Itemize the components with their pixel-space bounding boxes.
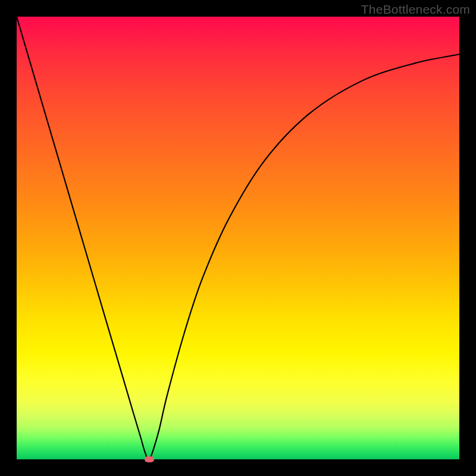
watermark-label: TheBottleneck.com (361, 2, 470, 17)
minimum-marker-icon (145, 456, 154, 462)
bottleneck-curve (17, 17, 459, 459)
plot-area (17, 17, 459, 459)
chart-frame: TheBottleneck.com (0, 0, 476, 476)
